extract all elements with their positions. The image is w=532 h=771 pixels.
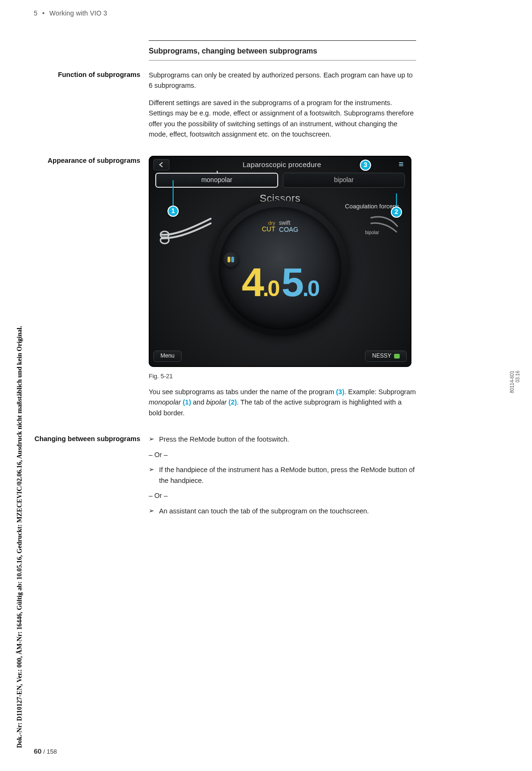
forceps-icon xyxy=(368,213,402,245)
side-label-appearance: Appearance of subprograms xyxy=(34,156,149,166)
device-screenshot: Laparoscopic procedure ≡ monopolar bipol… xyxy=(149,156,411,367)
page: 5 • Working with VIO 3 Subprograms, chan… xyxy=(0,0,532,771)
value-cut: 4.0 xyxy=(242,251,279,313)
chevron-icon: ➢ xyxy=(149,465,159,475)
callout-2: 2 xyxy=(391,206,402,218)
effect-dial[interactable]: dry CUT swift COAG 4.0 5.0 xyxy=(212,200,348,336)
more-icon[interactable]: ≡ xyxy=(395,158,409,171)
side-label-changing: Changing between subprograms xyxy=(34,434,149,444)
tab-tick xyxy=(217,171,218,174)
desc-ref1: (1) xyxy=(181,398,191,406)
step-1: ➢ Press the ReMode button of the footswi… xyxy=(149,434,416,444)
rule-top xyxy=(149,40,416,41)
para-2: Different settings are saved in the subp… xyxy=(149,98,416,140)
chapter-title: Working with VIO 3 xyxy=(49,9,107,17)
plug-icon xyxy=(394,354,400,359)
chevron-icon: ➢ xyxy=(149,506,159,516)
right-note-l2: 03.16 xyxy=(515,371,521,393)
callout-line-1 xyxy=(173,180,174,207)
mode-cut: dry CUT xyxy=(262,220,275,234)
mode-coag-top: swift xyxy=(279,220,298,226)
desc-a: You see subprograms as tabs under the na… xyxy=(149,388,336,396)
nessy-button-label: NESSY xyxy=(372,351,391,360)
content: Subprograms, changing between subprogram… xyxy=(34,40,498,521)
rule-bottom xyxy=(149,60,416,61)
mode-coag-label: COAG xyxy=(279,226,298,233)
device-bottom-bar: Menu NESSY xyxy=(153,349,407,363)
page-sep: / xyxy=(42,748,47,755)
desc-ref3: (3) xyxy=(336,388,344,396)
para-1: Subprograms can only be created by autho… xyxy=(149,70,416,91)
figure-caption: Fig. 5-21 xyxy=(149,372,416,381)
step-3-text: An assistant can touch the tab of the su… xyxy=(159,506,416,516)
subprogram-tabs: monopolar bipolar xyxy=(155,173,405,188)
or-2: – Or – xyxy=(149,490,416,501)
back-icon xyxy=(159,162,164,168)
step-3: ➢ An assistant can touch the tab of the … xyxy=(149,506,416,516)
value-cut-dec: .0 xyxy=(263,276,279,301)
callout-3: 3 xyxy=(360,160,371,171)
tab-monopolar-label: monopolar xyxy=(201,175,232,185)
mode-labels: dry CUT swift COAG xyxy=(212,220,348,234)
chapter-number: 5 xyxy=(34,9,38,17)
side-label-function: Function of subprograms xyxy=(34,70,149,80)
page-total: 158 xyxy=(47,748,57,755)
desc-bip: bipolar xyxy=(206,398,227,406)
desc-ref2: (2) xyxy=(227,398,237,406)
nessy-button[interactable]: NESSY xyxy=(365,351,407,362)
step-2: ➢ If the handpiece of the instrument has… xyxy=(149,465,416,486)
step-2-text: If the handpiece of the instrument has a… xyxy=(159,465,416,486)
mode-coag: swift COAG xyxy=(279,220,298,234)
effect-values: 4.0 5.0 xyxy=(212,251,348,313)
mode-cut-top: dry xyxy=(262,220,275,226)
desc-c: and xyxy=(191,398,206,406)
value-coag: 5.0 xyxy=(281,251,319,313)
page-number: 60 xyxy=(34,747,42,755)
left-margin-note: Dok.-Nr: D110127-EN, Ver.: 000, ÄM-Nr: 1… xyxy=(16,326,23,748)
or-1: – Or – xyxy=(149,450,416,460)
step-1-text: Press the ReMode button of the footswitc… xyxy=(159,434,416,444)
callout-1: 1 xyxy=(167,206,179,217)
value-cut-int: 4 xyxy=(242,260,263,305)
tab-monopolar[interactable]: monopolar xyxy=(155,173,278,188)
right-margin-note: 80114-601 03.16 xyxy=(509,371,521,393)
value-coag-int: 5 xyxy=(281,260,303,305)
value-coag-dec: .0 xyxy=(303,276,319,301)
tab-bipolar[interactable]: bipolar xyxy=(283,173,405,188)
scissors-icon xyxy=(158,212,214,246)
page-footer: 60 / 158 xyxy=(34,747,57,755)
desc-mono: monopolar xyxy=(149,398,181,406)
section-title: Subprograms, changing between subprogram… xyxy=(149,46,416,57)
chevron-icon: ➢ xyxy=(149,434,159,444)
pedal-icon xyxy=(223,252,238,267)
back-button[interactable] xyxy=(153,159,169,170)
tab-bipolar-label: bipolar xyxy=(334,175,354,185)
figure-description: You see subprograms as tabs under the na… xyxy=(149,387,416,418)
menu-button[interactable]: Menu xyxy=(153,351,182,362)
mode-cut-label: CUT xyxy=(262,225,275,233)
bullet: • xyxy=(42,9,45,17)
right-note-l1: 80114-601 xyxy=(509,371,515,393)
desc-b: . Example: Subprogram xyxy=(344,388,416,396)
callout-line-2 xyxy=(396,193,397,208)
menu-button-label: Menu xyxy=(160,351,175,360)
running-header: 5 • Working with VIO 3 xyxy=(34,9,498,17)
